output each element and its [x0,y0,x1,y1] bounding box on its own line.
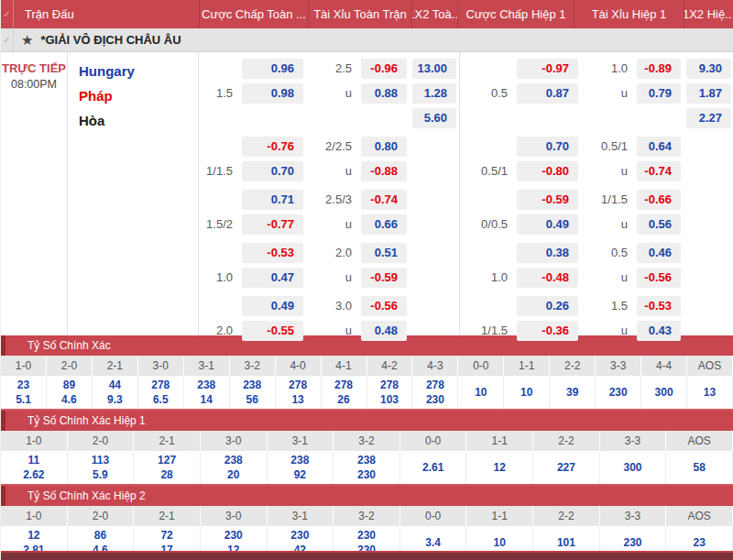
odds-cell[interactable]: -0.74 [637,161,681,181]
league-check-strip[interactable]: ✓ [1,28,14,51]
odds-cell[interactable]: 0.49 [242,296,303,316]
score-odds-cell[interactable]: 112.62 [1,451,68,484]
odds-cell[interactable]: 0.87 [517,83,578,104]
odds-cell[interactable]: -0.77 [242,214,303,235]
odds-cell[interactable]: 0.46 [637,243,681,263]
odds-cell[interactable]: 0.79 [637,83,681,104]
odds-cell[interactable]: -0.74 [361,190,407,210]
odds-cell[interactable]: -0.53 [637,296,681,316]
odds-cell[interactable]: 0.48 [361,321,407,341]
score-odds-cell[interactable]: 23814 [184,376,230,409]
odds-cell[interactable]: 0.80 [361,137,407,157]
score-odds-cell[interactable]: 278103 [367,376,413,409]
odds-cell[interactable]: -0.96 [361,59,407,79]
odds-cell[interactable]: 0.38 [517,243,578,263]
odds-cell-slot: -0.48 [514,268,581,288]
odds-cell[interactable]: 0.43 [637,321,681,341]
odds-cell[interactable]: 5.60 [412,108,456,128]
odds-cell[interactable]: -0.88 [361,161,407,181]
score-label: 2-1 [134,431,201,451]
score-odds-cell[interactable]: 2786.5 [138,376,184,409]
score-odds-cell[interactable]: 300 [641,376,687,409]
odds-cell[interactable]: 0.96 [242,59,303,79]
odds-cell[interactable]: -0.59 [517,190,578,210]
star-icon[interactable]: ★ [21,33,33,47]
score-odds-cell[interactable]: 10 [504,376,550,409]
column-header-ft-1x2[interactable]: 1X2 Toà... [411,0,457,28]
handicap-line-label: 0.5 [581,243,634,263]
odds-cell[interactable]: 0.49 [517,214,578,235]
score-label: 2-1 [134,506,201,526]
odds-cell[interactable]: 0.88 [361,83,407,104]
odds-cell-slot: -0.59 [514,190,581,210]
score-odds-cell[interactable]: 12 [466,451,533,484]
score-odds-cell[interactable]: 449.3 [93,376,138,409]
odds-cell[interactable]: -0.36 [517,321,578,341]
score-odds-cell[interactable]: 235.1 [1,376,47,409]
score-odds-cell[interactable]: 300 [600,451,667,484]
score-odds-cell[interactable]: 58 [666,451,733,484]
odds-cell[interactable]: -0.59 [361,268,407,288]
column-header-h1-overunder[interactable]: Tài Xỉu Hiệp 1 [574,0,684,28]
league-row[interactable]: ✓ ★ *GIẢI VÔ ĐỊCH CHÂU ÂU [1,28,733,52]
column-header-h1-handicap[interactable]: Cược Chấp Hiệp 1 [457,0,574,28]
team-home[interactable]: Hungary [79,59,198,83]
score-odds-cell[interactable]: 894.6 [47,376,93,409]
team-away[interactable]: Pháp [79,83,198,108]
score-odds-cell[interactable]: 39 [550,376,596,409]
score-odds-value: 278 [151,378,170,392]
odds-cell[interactable]: 0.70 [242,161,303,181]
odds-cell[interactable]: 0.71 [242,190,303,210]
score-odds-cell[interactable]: 23856 [230,376,276,409]
odds-cell[interactable]: 0.64 [637,137,681,157]
score-odds-cell[interactable]: 2.61 [400,451,467,484]
score-odds-cell[interactable]: 27813 [276,376,322,409]
score-odds-cell[interactable]: 13 [687,376,733,409]
odds-cell[interactable]: 0.51 [361,243,407,263]
odds-cell[interactable]: 0.70 [517,137,578,157]
score-odds-cell[interactable]: 230 [596,376,641,409]
odds-cell[interactable]: 0.47 [242,268,303,288]
odds-cell[interactable]: 0.26 [517,296,578,316]
odds-cell[interactable]: -0.76 [242,137,303,157]
odds-cell[interactable]: 13.00 [412,59,456,79]
odds-cell[interactable]: 1.87 [686,83,731,104]
odds-cell[interactable]: -0.80 [517,161,578,181]
odds-cell[interactable]: -0.48 [517,268,578,288]
odds-cell[interactable]: 2.27 [686,108,731,128]
odds-cell[interactable]: -0.56 [361,296,407,316]
odds-row: 0.493.0-0.560.261.5-0.53 [198,296,733,316]
odds-cell[interactable]: -0.66 [637,190,681,210]
odds-cell-slot [410,243,459,263]
team-draw[interactable]: Hòa [79,108,198,133]
odds-cell[interactable]: 1.28 [412,83,456,104]
odds-cell[interactable]: -0.97 [517,59,578,79]
score-section: Tỷ Số Chính Xác Hiệp 21-02-02-13-03-13-2… [1,486,733,560]
score-odds-cell[interactable]: 12728 [134,451,201,484]
score-odds-value: 6.5 [153,392,169,407]
odds-cell[interactable]: 0.56 [637,214,681,235]
score-odds-cell[interactable]: 238230 [334,451,400,484]
odds-row: 0.712.5/3-0.74-0.591/1.5-0.66 [198,190,733,210]
score-section-header: Tỷ Số Chính Xác Hiệp 1 [1,411,733,431]
score-odds-cell[interactable]: 27826 [322,376,367,409]
odds-cell[interactable]: -0.56 [637,268,681,288]
odds-cell[interactable]: -0.53 [242,243,303,263]
odds-cell[interactable]: -0.55 [242,321,303,341]
odds-cell[interactable]: 0.98 [242,83,303,104]
score-odds-cell[interactable]: 227 [533,451,600,484]
score-odds-cell[interactable]: 23820 [201,451,268,484]
score-label: 3-0 [201,431,268,451]
score-odds-cell[interactable]: 10 [458,376,504,409]
column-header-ft-handicap[interactable]: Cược Chấp Toàn ... [199,0,308,28]
score-odds-cell[interactable]: 278230 [412,376,458,409]
odds-cell[interactable]: 9.30 [686,59,731,79]
header-check-strip[interactable]: ✓ [1,0,14,28]
score-odds-cell[interactable]: 1135.9 [68,451,135,484]
column-header-h1-1x2[interactable]: 1X2 Hiệ... [684,0,733,28]
column-header-ft-overunder[interactable]: Tài Xỉu Toàn Trận [308,0,411,28]
handicap-line-label: 0.5/1 [459,161,514,181]
odds-cell[interactable]: 0.66 [361,214,407,235]
score-odds-cell[interactable]: 23892 [268,451,334,484]
odds-cell[interactable]: -0.89 [637,59,681,79]
